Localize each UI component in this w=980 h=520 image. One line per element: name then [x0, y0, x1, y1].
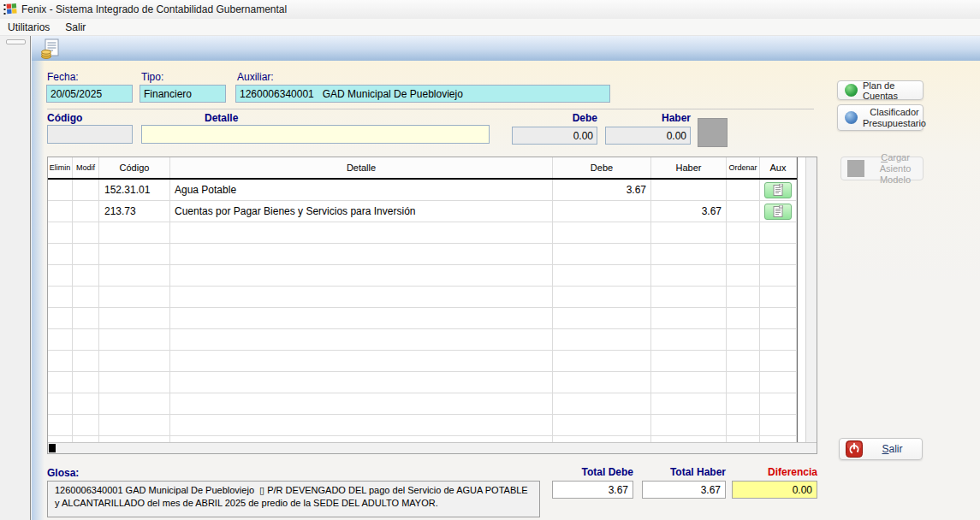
- new-entry-toolbar-button[interactable]: [38, 38, 62, 59]
- total-haber-label: Total Haber: [642, 466, 726, 478]
- table-empty-row[interactable]: [48, 265, 797, 287]
- column-header-debe[interactable]: Debe: [553, 157, 651, 178]
- cell-modif: [73, 222, 99, 244]
- table-body: 152.31.01Agua Potable3.67 213.73Cuentas …: [48, 180, 797, 442]
- notepad-icon: [773, 205, 783, 217]
- cell-elimin: [48, 287, 73, 308]
- cell-detalle: [170, 436, 553, 442]
- table-empty-row[interactable]: [48, 393, 797, 415]
- column-header-ordenar[interactable]: Ordenar: [727, 157, 760, 178]
- haber-label: Haber: [605, 112, 691, 124]
- cell-aux: [760, 415, 797, 436]
- cell-debe: [553, 222, 651, 244]
- cell-detalle: [170, 329, 553, 351]
- cell-ordenar: [727, 351, 760, 372]
- cell-debe: 3.67: [553, 180, 651, 201]
- cell-codigo: [99, 329, 170, 351]
- table-empty-row[interactable]: [48, 329, 797, 351]
- diferencia-label: Diferencia: [732, 466, 817, 478]
- table-row[interactable]: 213.73Cuentas por Pagar Bienes y Servici…: [48, 201, 797, 222]
- cell-detalle: [170, 244, 553, 265]
- table-empty-row[interactable]: [48, 351, 797, 372]
- app-icon: [3, 3, 17, 16]
- diferencia-field: [732, 481, 817, 499]
- cell-ordenar: [727, 265, 760, 287]
- total-haber-field: [642, 481, 726, 499]
- plan-de-cuentas-label: Plan de Cuentas: [863, 80, 923, 101]
- gray-square-button[interactable]: [698, 118, 728, 147]
- horizontal-scrollbar[interactable]: [48, 442, 817, 453]
- debe-input[interactable]: [512, 127, 597, 145]
- fecha-input[interactable]: [46, 85, 133, 103]
- menu-utilitarios[interactable]: Utilitarios: [0, 20, 57, 35]
- aux-detail-button[interactable]: [764, 182, 792, 198]
- table-empty-row[interactable]: [48, 415, 797, 436]
- window-title: Fenix - Sistema Integrado de Contabilida…: [21, 3, 287, 15]
- column-header-elimin[interactable]: Elimin: [48, 157, 73, 178]
- cell-codigo: [99, 415, 170, 436]
- table-empty-row[interactable]: [48, 244, 797, 265]
- cell-aux: [760, 265, 797, 287]
- cell-haber: [651, 180, 727, 201]
- detalle-input[interactable]: [141, 125, 490, 144]
- cell-codigo: [99, 351, 170, 372]
- aux-detail-button[interactable]: [764, 204, 792, 220]
- plan-de-cuentas-button[interactable]: Plan de Cuentas: [837, 80, 924, 100]
- left-side-panel: [0, 36, 31, 520]
- table-empty-row[interactable]: [48, 372, 797, 393]
- cell-debe: [553, 372, 651, 393]
- cell-aux: [760, 329, 797, 351]
- total-debe-field: [552, 481, 633, 499]
- table-empty-row[interactable]: [48, 436, 797, 442]
- cell-modif: [73, 244, 99, 265]
- codigo-input[interactable]: [47, 125, 133, 144]
- salir-button[interactable]: Salir: [839, 438, 923, 460]
- cell-detalle: [170, 351, 553, 372]
- column-header-codigo[interactable]: Código: [99, 157, 170, 178]
- panel-grip-handle[interactable]: [6, 39, 26, 44]
- cell-codigo: [99, 393, 170, 415]
- entries-table: EliminModifCódigoDetalleDebeHaberOrdenar…: [47, 157, 817, 454]
- separator-line: [47, 109, 814, 109]
- cargar-asiento-modelo-button[interactable]: Cargar AsientoModelo: [840, 157, 924, 180]
- cell-haber: [651, 436, 727, 442]
- cell-codigo: [99, 308, 170, 329]
- cell-debe: [553, 244, 651, 265]
- haber-input[interactable]: [605, 127, 691, 145]
- cell-elimin: [48, 265, 73, 287]
- cell-ordenar: [727, 308, 760, 329]
- column-header-detalle[interactable]: Detalle: [170, 157, 553, 178]
- table-row[interactable]: 152.31.01Agua Potable3.67: [48, 180, 797, 201]
- vertical-scrollbar[interactable]: [805, 157, 817, 442]
- codigo-label: Código: [47, 112, 82, 124]
- column-header-modif[interactable]: Modif: [73, 157, 99, 178]
- entries-table-content: EliminModifCódigoDetalleDebeHaberOrdenar…: [48, 157, 798, 442]
- clasificador-presupuestario-button[interactable]: ClasificadorPresupuestario: [837, 104, 924, 131]
- cell-elimin: [48, 180, 73, 201]
- cell-codigo: 152.31.01: [99, 180, 170, 201]
- cell-ordenar: [727, 244, 760, 265]
- tipo-input[interactable]: [140, 85, 226, 103]
- cell-detalle: [170, 287, 553, 308]
- cell-modif: [73, 329, 99, 351]
- horizontal-scrollbar-thumb[interactable]: [49, 444, 56, 452]
- table-empty-row[interactable]: [48, 222, 797, 244]
- cell-haber: [651, 372, 727, 393]
- menu-bar: Utilitarios Salir: [0, 19, 980, 36]
- cell-modif: [73, 180, 99, 201]
- tipo-label: Tipo:: [141, 71, 163, 83]
- cell-detalle: [170, 265, 553, 287]
- column-header-aux[interactable]: Aux: [760, 157, 797, 178]
- glosa-label: Glosa:: [47, 467, 79, 479]
- cell-ordenar: [727, 415, 760, 436]
- menu-salir[interactable]: Salir: [57, 20, 93, 35]
- cell-aux: [760, 287, 797, 308]
- table-empty-row[interactable]: [48, 308, 797, 329]
- cell-elimin: [48, 222, 73, 244]
- cell-aux: [760, 372, 797, 393]
- column-header-haber[interactable]: Haber: [651, 157, 727, 178]
- app-window: Fenix - Sistema Integrado de Contabilida…: [0, 0, 980, 520]
- table-empty-row[interactable]: [48, 287, 797, 308]
- glosa-textbox[interactable]: 1260006340001 GAD Municipal De Pueblovie…: [47, 481, 540, 517]
- auxiliar-input[interactable]: [235, 85, 610, 103]
